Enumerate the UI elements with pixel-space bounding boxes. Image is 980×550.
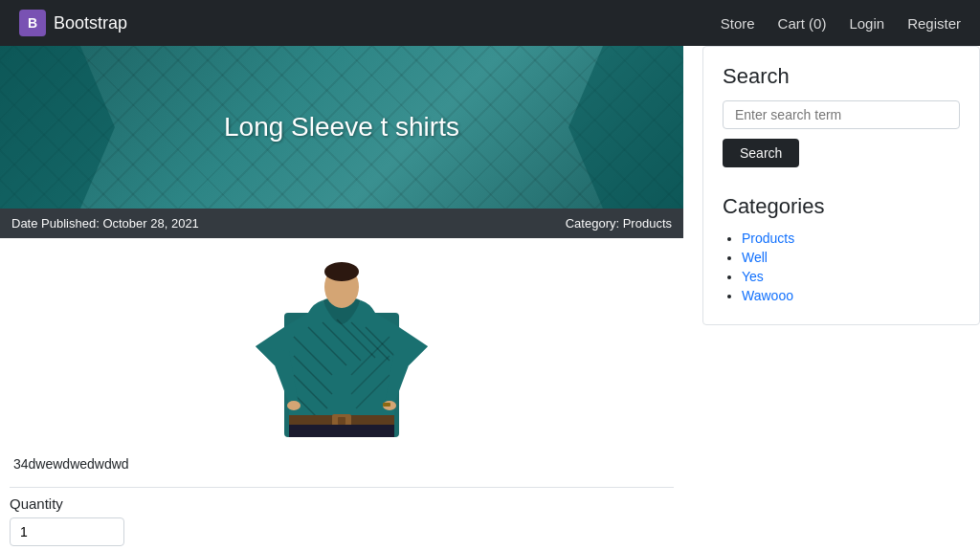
svg-rect-21 [383, 403, 390, 407]
brand-link[interactable]: B Bootstrap [19, 10, 127, 36]
navbar: B Bootstrap Store Cart (0) Login Registe… [0, 0, 980, 46]
nav-login[interactable]: Login [849, 15, 884, 32]
nav-register[interactable]: Register [907, 15, 961, 32]
list-item: Well [742, 250, 960, 265]
list-item: Yes [742, 269, 960, 284]
date-published: Date Published: October 28, 2021 [11, 216, 199, 231]
list-item: Wawooo [742, 288, 960, 303]
categories-title: Categories [723, 194, 960, 219]
svg-rect-15 [338, 417, 345, 425]
search-title: Search [723, 64, 960, 89]
hero-banner: Long Sleeve t shirts [0, 46, 683, 209]
svg-point-18 [324, 262, 359, 281]
content-area: Long Sleeve t shirts Date Published: Oct… [0, 46, 683, 550]
list-item: Products [742, 231, 960, 246]
sidebar: Search Search Categories Products Well Y… [702, 46, 980, 550]
product-detail: 34dwewdwedwdwd Quantity Add to cart [0, 238, 683, 550]
meta-bar: Date Published: October 28, 2021 Categor… [0, 209, 683, 238]
quantity-input[interactable] [10, 517, 124, 546]
main-container: Long Sleeve t shirts Date Published: Oct… [0, 46, 980, 550]
category-wawooo[interactable]: Wawooo [742, 288, 793, 303]
quantity-label: Quantity [10, 495, 63, 512]
sidebar-card: Search Search Categories Products Well Y… [702, 46, 980, 325]
category-yes[interactable]: Yes [742, 269, 764, 284]
product-divider [10, 487, 674, 488]
brand-label: Bootstrap [54, 13, 127, 33]
hero-title: Long Sleeve t shirts [224, 112, 459, 143]
search-input[interactable] [723, 100, 960, 129]
nav-store[interactable]: Store [721, 15, 755, 32]
search-button[interactable]: Search [723, 139, 799, 167]
categories-list: Products Well Yes Wawooo [723, 231, 960, 303]
product-svg [256, 260, 428, 437]
product-sku: 34dwewdwedwdwd [10, 449, 674, 479]
category-label: Category: Products [566, 216, 672, 231]
nav-menu: Store Cart (0) Login Register [721, 15, 961, 32]
nav-cart[interactable]: Cart (0) [778, 15, 827, 32]
search-section: Search Search [723, 64, 960, 171]
category-products[interactable]: Products [742, 231, 794, 246]
svg-rect-16 [289, 425, 394, 437]
brand-icon: B [19, 10, 46, 36]
svg-point-19 [287, 401, 301, 410]
product-image [246, 257, 437, 439]
category-well[interactable]: Well [742, 250, 768, 265]
categories-section: Categories Products Well Yes Wawooo [723, 194, 960, 303]
